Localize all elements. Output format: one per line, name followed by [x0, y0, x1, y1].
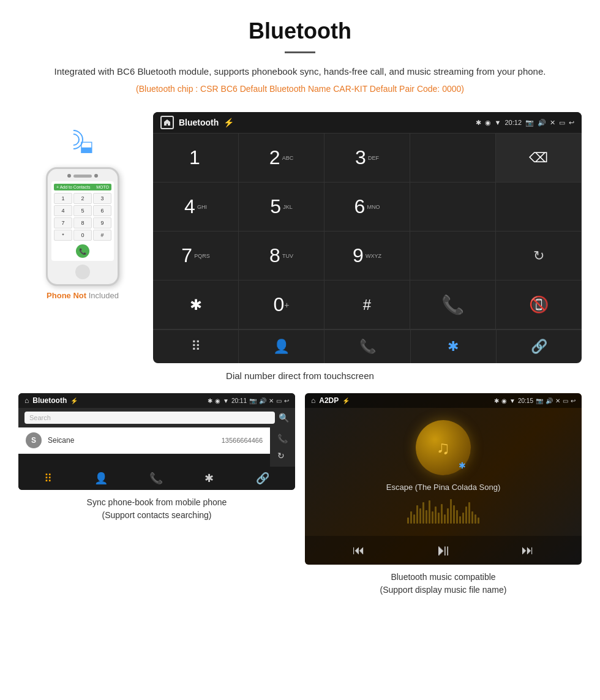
pb-statusbar-left: ⌂ Bluetooth ⚡ [24, 396, 78, 405]
pb-home-icon: ⌂ [24, 396, 29, 405]
pb-bottom-bar: ⠿ 👤 📞 ✱ 🔗 [18, 467, 295, 490]
dial-refresh[interactable]: ↻ [496, 231, 582, 280]
music-prev-btn[interactable]: ⏮ [353, 543, 365, 557]
main-section: ⬓ + Add to Contacts MOTO 1 2 3 4 5 [0, 112, 600, 363]
phone-key-7: 7 [54, 217, 72, 228]
wbar [465, 506, 467, 524]
dial-key-8[interactable]: 8 TUV [239, 231, 324, 280]
phone-call-row: 📞 [54, 244, 111, 258]
wbar [410, 511, 412, 524]
dial-key-star[interactable]: ✱ [153, 280, 239, 329]
music-album-art: ♫ ✱ [416, 420, 471, 475]
wbar [407, 517, 409, 524]
pb-phone-icon[interactable]: 📞 [149, 472, 163, 485]
pb-side-icons: 📞 ↻ [270, 427, 295, 467]
dial-key-5[interactable]: 5 JKL [239, 183, 324, 231]
pb-bt-bottom-icon[interactable]: ✱ [204, 472, 214, 485]
phone-screen-header: + Add to Contacts MOTO [54, 184, 111, 190]
dial-key-9[interactable]: 9 WXYZ [324, 231, 410, 280]
dial-key-6[interactable]: 6 MNO [324, 183, 410, 231]
phone-screen-title: + Add to Contacts [56, 185, 90, 189]
dial-key-7[interactable]: 7 PQRS [153, 231, 239, 280]
dial-key-4[interactable]: 4 GHI [153, 183, 239, 231]
page-title: Bluetooth [12, 18, 588, 44]
pb-side-phone-icon[interactable]: 📞 [275, 431, 290, 446]
wbar [474, 514, 476, 524]
dial-key-0[interactable]: 0 + [239, 280, 324, 329]
pb-contacts-icon[interactable]: 👤 [94, 472, 108, 485]
dialpad-screen: Bluetooth ⚡ ✱ ◉ ▼ 20:12 📷 🔊 ✕ ▭ ↩ 1 [153, 112, 582, 363]
music-controls: ⏮ ⏯ ⏭ [305, 536, 582, 565]
dial-key-2[interactable]: 2 ABC [239, 134, 324, 183]
phonebook-caption-line1: Sync phone-book from mobile phone [87, 497, 227, 507]
pb-search-icon[interactable]: 🔍 [279, 413, 289, 423]
wbar [419, 508, 421, 524]
dialpad-icon[interactable]: ⠿ [153, 330, 239, 363]
pb-side-refresh-icon[interactable]: ↻ [275, 448, 290, 463]
home-icon[interactable] [160, 116, 174, 129]
signal-icon: ▼ [495, 119, 501, 126]
dial-call-green[interactable]: 📞 [410, 280, 496, 329]
pb-dialpad-icon[interactable]: ⠿ [44, 472, 52, 485]
wbar [429, 500, 430, 524]
screen-icon[interactable]: ▭ [559, 119, 565, 127]
music-signal: ▼ [509, 397, 516, 404]
music-content: ♫ ✱ Escape (The Pina Colada Song) [305, 408, 582, 536]
phone-key-5: 5 [73, 205, 92, 216]
music-statusbar-left: ⌂ A2DP ⚡ [311, 396, 350, 405]
pb-bt-icon: ✱ [208, 397, 212, 404]
dial-key-1[interactable]: 1 [153, 134, 239, 183]
wbar [422, 502, 424, 524]
phone-keypad: 1 2 3 4 5 6 7 8 9 * 0 # [54, 193, 111, 241]
bt-icon: ⬓ [80, 138, 94, 155]
music-x-icon: ✕ [555, 397, 560, 404]
wbar [416, 505, 418, 524]
pb-loc-icon: ◉ [215, 397, 220, 404]
music-col: ⌂ A2DP ⚡ ✱ ◉ ▼ 20:15 📷 🔊 ✕ ▭ ↩ [305, 393, 582, 597]
dialpad-statusbar: Bluetooth ⚡ ✱ ◉ ▼ 20:12 📷 🔊 ✕ ▭ ↩ [153, 112, 582, 133]
wbar [438, 513, 440, 524]
music-play-btn[interactable]: ⏯ [435, 541, 451, 560]
phone-key-2: 2 [73, 193, 92, 204]
phone-mockup-col: ⬓ + Add to Contacts MOTO 1 2 3 4 5 [18, 130, 147, 300]
music-next-btn[interactable]: ⏭ [522, 543, 534, 557]
dial-call-red[interactable]: 📵 [496, 280, 582, 329]
pb-title: Bluetooth [32, 396, 67, 405]
phone-key-3: 3 [93, 193, 111, 204]
wbar [459, 516, 461, 524]
wbar [447, 508, 449, 524]
pb-link-icon[interactable]: 🔗 [256, 472, 269, 485]
bluetooth-icon-btn[interactable]: ✱ [411, 330, 497, 363]
dialpad-title: Bluetooth [179, 118, 219, 127]
phone-body: + Add to Contacts MOTO 1 2 3 4 5 6 7 8 9… [46, 167, 119, 286]
phonebook-caption: Sync phone-book from mobile phone (Suppo… [87, 496, 227, 522]
pb-statusbar-right: ✱ ◉ ▼ 20:11 📷 🔊 ✕ ▭ ↩ [208, 397, 289, 404]
music-cam-icon: 📷 [536, 397, 543, 404]
contacts-icon[interactable]: 👤 [239, 330, 324, 363]
dial-empty-2 [410, 183, 496, 231]
header-specs: (Bluetooth chip : CSR BC6 Default Blueto… [12, 84, 588, 94]
close-icon[interactable]: ✕ [550, 119, 555, 127]
music-caption-line2: (Support display music file name) [380, 585, 507, 595]
dial-backspace[interactable]: ⌫ [496, 134, 582, 183]
pb-search-field[interactable]: Search [24, 412, 275, 424]
music-home-icon: ⌂ [311, 396, 315, 405]
music-statusbar-right: ✱ ◉ ▼ 20:15 📷 🔊 ✕ ▭ ↩ [494, 397, 576, 404]
phone-key-8: 8 [73, 217, 92, 228]
waveform-bars [311, 499, 576, 524]
wbar [444, 514, 446, 524]
dial-key-3[interactable]: 3 DEF [324, 134, 410, 183]
pb-cam-icon: 📷 [249, 397, 257, 404]
dial-key-hash[interactable]: # [324, 280, 410, 329]
pb-screen-icon: ▭ [276, 397, 282, 404]
link-icon[interactable]: 🔗 [497, 330, 582, 363]
phonebook-caption-line2: (Support contacts searching) [102, 510, 212, 520]
wbar [462, 513, 464, 524]
phone-not-included-label: Phone Not Included [47, 291, 119, 300]
wbar [456, 510, 458, 524]
music-title: A2DP [319, 396, 339, 405]
music-note-icon: ♫ [437, 437, 451, 458]
phone-icon[interactable]: 📞 [324, 330, 410, 363]
back-icon[interactable]: ↩ [569, 119, 574, 127]
music-bt-badge: ✱ [459, 461, 466, 470]
